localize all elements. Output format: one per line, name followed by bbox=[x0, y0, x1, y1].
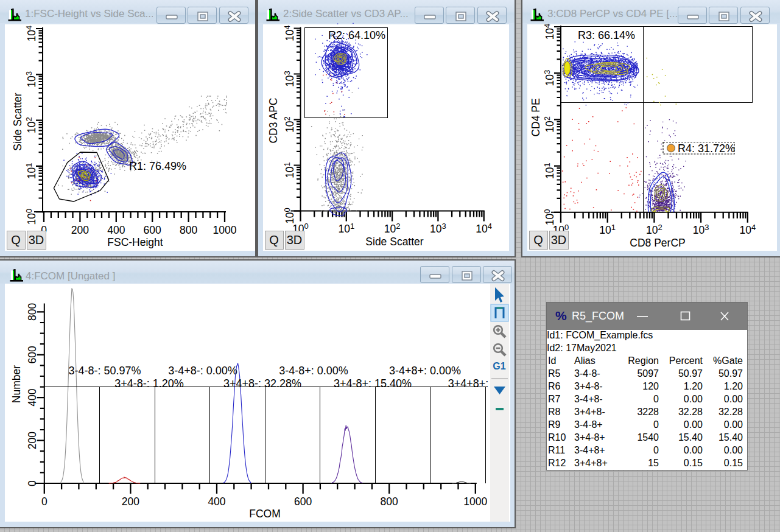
svg-text:R1: 76.49%: R1: 76.49% bbox=[129, 160, 186, 172]
svg-text:200: 200 bbox=[26, 432, 38, 449]
svg-text:104: 104 bbox=[476, 222, 492, 235]
svg-text:102: 102 bbox=[384, 222, 401, 235]
svg-text:102: 102 bbox=[646, 223, 662, 236]
svg-text:3-4-8+: 0.00%: 3-4-8+: 0.00% bbox=[279, 365, 348, 377]
svg-text:R4: 31.72%: R4: 31.72% bbox=[678, 142, 735, 155]
svg-text:101: 101 bbox=[543, 163, 556, 179]
svg-text:104: 104 bbox=[543, 24, 556, 40]
svg-text:3+4-8+: 15.40%: 3+4-8+: 15.40% bbox=[334, 377, 412, 390]
svg-text:600: 600 bbox=[26, 346, 38, 363]
svg-text:102: 102 bbox=[543, 116, 556, 133]
svg-text:103: 103 bbox=[543, 70, 556, 86]
svg-text:3-4+8+: 0.00%: 3-4+8+: 0.00% bbox=[389, 365, 461, 377]
svg-text:3+4+8+: 0.00%: 3+4+8+: 0.00% bbox=[448, 377, 490, 390]
svg-text:R3: 66.14%: R3: 66.14% bbox=[578, 29, 635, 41]
svg-text:1000: 1000 bbox=[463, 495, 487, 508]
svg-text:3-4+8-: 0.00%: 3-4+8-: 0.00% bbox=[168, 365, 237, 377]
svg-text:104: 104 bbox=[24, 26, 38, 42]
svg-text:103: 103 bbox=[24, 71, 38, 88]
svg-text:200: 200 bbox=[71, 224, 89, 236]
svg-text:CD3 APC: CD3 APC bbox=[267, 98, 279, 144]
svg-text:102: 102 bbox=[24, 117, 38, 133]
svg-text:800: 800 bbox=[381, 495, 398, 508]
svg-text:Number: Number bbox=[10, 365, 23, 403]
svg-text:800: 800 bbox=[26, 303, 38, 321]
svg-text:104: 104 bbox=[739, 223, 756, 236]
svg-text:800: 800 bbox=[180, 224, 197, 236]
svg-text:FSC-Height: FSC-Height bbox=[107, 236, 163, 248]
svg-text:102: 102 bbox=[283, 116, 296, 133]
svg-text:101: 101 bbox=[599, 223, 616, 236]
svg-text:103: 103 bbox=[283, 71, 296, 87]
svg-text:100: 100 bbox=[283, 208, 296, 224]
svg-text:400: 400 bbox=[107, 224, 125, 236]
svg-text:100: 100 bbox=[543, 209, 556, 225]
svg-text:0: 0 bbox=[41, 495, 47, 508]
svg-text:CD4 PE: CD4 PE bbox=[530, 98, 542, 136]
svg-text:G1: G1 bbox=[493, 361, 505, 371]
svg-text:Side Scatter: Side Scatter bbox=[365, 236, 423, 248]
svg-text:103: 103 bbox=[693, 223, 709, 236]
svg-text:101: 101 bbox=[338, 222, 354, 235]
svg-text:3+4-8-: 1.20%: 3+4-8-: 1.20% bbox=[114, 377, 184, 390]
svg-text:104: 104 bbox=[283, 25, 296, 41]
svg-text:400: 400 bbox=[26, 388, 38, 406]
svg-text:600: 600 bbox=[294, 495, 312, 508]
svg-text:R2: 64.10%: R2: 64.10% bbox=[328, 29, 385, 41]
svg-text:3+4+8-: 32.28%: 3+4+8-: 32.28% bbox=[223, 377, 301, 390]
svg-text:600: 600 bbox=[144, 224, 161, 236]
svg-text:101: 101 bbox=[24, 163, 38, 180]
svg-text:101: 101 bbox=[283, 162, 296, 178]
svg-text:FCOM: FCOM bbox=[249, 508, 281, 520]
svg-text:200: 200 bbox=[122, 495, 139, 508]
svg-text:Side Scatter: Side Scatter bbox=[12, 93, 24, 150]
svg-text:103: 103 bbox=[430, 222, 446, 235]
svg-text:100: 100 bbox=[24, 209, 38, 225]
svg-text:1000: 1000 bbox=[213, 224, 237, 236]
svg-text:400: 400 bbox=[208, 495, 225, 508]
svg-text:3-4-8-: 50.97%: 3-4-8-: 50.97% bbox=[68, 365, 141, 377]
svg-text:CD8 PerCP: CD8 PerCP bbox=[630, 237, 685, 249]
